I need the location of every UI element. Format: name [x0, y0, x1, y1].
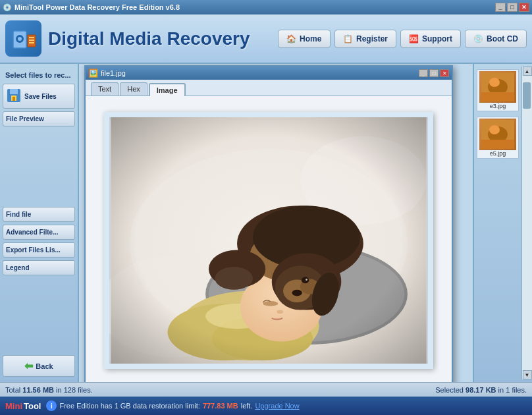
svg-rect-44 [111, 117, 426, 364]
brand-logo: Mini Tool [5, 401, 41, 411]
svg-point-2 [18, 37, 22, 41]
minimize-button[interactable]: _ [495, 3, 506, 12]
message-mid: left. [241, 402, 253, 410]
brand-tool: Tool [24, 401, 41, 411]
brand-mini: Mini [5, 401, 22, 411]
thumbnail [479, 119, 516, 150]
svg-rect-48 [481, 92, 514, 101]
info-icon: i [46, 401, 57, 411]
app-title-text: Digital Media Recovery [48, 28, 250, 49]
popup-window: 🖼️ file1.jpg _ □ ✕ Text Hex Image [84, 65, 453, 382]
top-nav: Digital Media Recovery 🏠 Home 📋 Register… [0, 14, 532, 64]
thumbnail [479, 71, 516, 103]
list-item[interactable]: e3.jpg [477, 69, 519, 111]
svg-rect-8 [10, 89, 18, 94]
popup-title: file1.jpg [101, 69, 126, 77]
scroll-up-arrow[interactable]: ▲ [523, 67, 532, 76]
back-button[interactable]: ⬅ Back [3, 355, 75, 377]
popup-close-button[interactable]: ✕ [440, 69, 449, 77]
bootcd-icon: 💿 [473, 34, 483, 43]
save-files-icon [6, 88, 22, 105]
svg-point-47 [489, 78, 500, 87]
message-prefix: Free Edition has 1 GB data restoration l… [59, 402, 200, 410]
main-layout: Select files to rec... Save Files File P… [0, 64, 532, 382]
home-icon: 🏠 [286, 34, 296, 43]
popup-minimize-button[interactable]: _ [419, 69, 428, 77]
bootcd-button[interactable]: 💿 Boot CD [465, 30, 527, 48]
app-icon: 💿 [3, 3, 12, 12]
popup-title-bar: 🖼️ file1.jpg _ □ ✕ [86, 67, 452, 80]
list-item[interactable]: e5.jpg [477, 117, 519, 159]
maximize-button[interactable]: □ [507, 3, 518, 12]
image-frame: NEW YORK CITY [104, 112, 433, 369]
status-selected-prefix: Selected [435, 386, 466, 394]
legend-button[interactable]: Legend [3, 260, 75, 275]
image-area: NEW YORK CITY [86, 96, 452, 382]
file-preview-button[interactable]: File Preview [3, 111, 75, 126]
find-file-button[interactable]: Find file [3, 207, 75, 222]
status-selected-size: 98.17 KB [466, 386, 496, 394]
upgrade-link[interactable]: Upgrade Now [255, 402, 299, 410]
logo-icon [5, 20, 41, 57]
left-panel: Select files to rec... Save Files File P… [0, 64, 79, 382]
right-panel-inner: e3.jpg e5.jpg ▲ [474, 67, 532, 379]
tab-hex[interactable]: Hex [120, 82, 147, 96]
status-bar: Total 11.56 MB in 128 files. Selected 98… [0, 382, 532, 397]
svg-rect-52 [481, 140, 514, 149]
bottom-bar: Mini Tool i Free Edition has 1 GB data r… [0, 397, 532, 415]
status-right: Selected 98.17 KB in 1 files. [435, 386, 527, 394]
svg-rect-4 [29, 37, 34, 38]
svg-point-51 [489, 125, 500, 134]
vertical-scrollbar[interactable]: ▲ ▼ [521, 67, 532, 379]
content-area: 🖼️ file1.jpg _ □ ✕ Text Hex Image [79, 64, 473, 382]
register-icon: 📋 [343, 34, 353, 43]
scroll-thumb[interactable] [523, 82, 531, 109]
register-button[interactable]: 📋 Register [334, 30, 396, 48]
nav-buttons: 🏠 Home 📋 Register 🆘 Support 💿 Boot CD [278, 30, 527, 48]
bottom-message: i Free Edition has 1 GB data restoration… [46, 401, 299, 411]
app-logo: Digital Media Recovery [5, 20, 278, 57]
svg-rect-10 [13, 97, 15, 101]
right-items-list: e3.jpg e5.jpg [474, 67, 521, 379]
item-label: e3.jpg [490, 103, 506, 109]
close-button[interactable]: ✕ [519, 3, 529, 12]
popup-file-icon: 🖼️ [88, 69, 98, 78]
tab-image[interactable]: Image [149, 83, 186, 96]
status-total-suffix: in 128 files. [54, 386, 93, 394]
right-panel: e3.jpg e5.jpg ▲ [473, 64, 532, 382]
status-total-prefix: Total [5, 386, 22, 394]
left-panel-title: Select files to rec... [3, 69, 75, 81]
home-button[interactable]: 🏠 Home [278, 30, 331, 48]
storage-remaining: 777.83 MB [203, 402, 238, 410]
popup-maximize-button[interactable]: □ [429, 69, 439, 77]
scroll-track[interactable] [522, 76, 532, 370]
svg-rect-6 [29, 42, 34, 43]
advanced-filter-button[interactable]: Advanced Filte... [3, 225, 75, 240]
title-bar: 💿 MiniTool Power Data Recovery Free Edit… [0, 0, 532, 14]
save-files-button[interactable]: Save Files [3, 84, 75, 109]
support-button[interactable]: 🆘 Support [400, 30, 461, 48]
back-arrow-icon: ⬅ [24, 360, 33, 372]
popup-controls: _ □ ✕ [419, 69, 449, 77]
status-left: Total 11.56 MB in 128 files. [5, 386, 435, 394]
status-total-size: 11.56 MB [22, 386, 54, 394]
title-controls: _ □ ✕ [495, 3, 529, 12]
tab-bar: Text Hex Image [86, 80, 452, 96]
preview-image: NEW YORK CITY [109, 117, 428, 364]
export-files-button[interactable]: Export Files Lis... [3, 242, 75, 258]
item-label: e5.jpg [490, 150, 506, 157]
scroll-down-arrow[interactable]: ▼ [523, 370, 532, 379]
app-title: MiniTool Power Data Recovery Free Editio… [14, 3, 180, 11]
support-icon: 🆘 [409, 34, 419, 43]
status-selected-suffix: in 1 files. [496, 386, 527, 394]
svg-rect-5 [29, 40, 34, 41]
tab-text[interactable]: Text [91, 82, 119, 96]
